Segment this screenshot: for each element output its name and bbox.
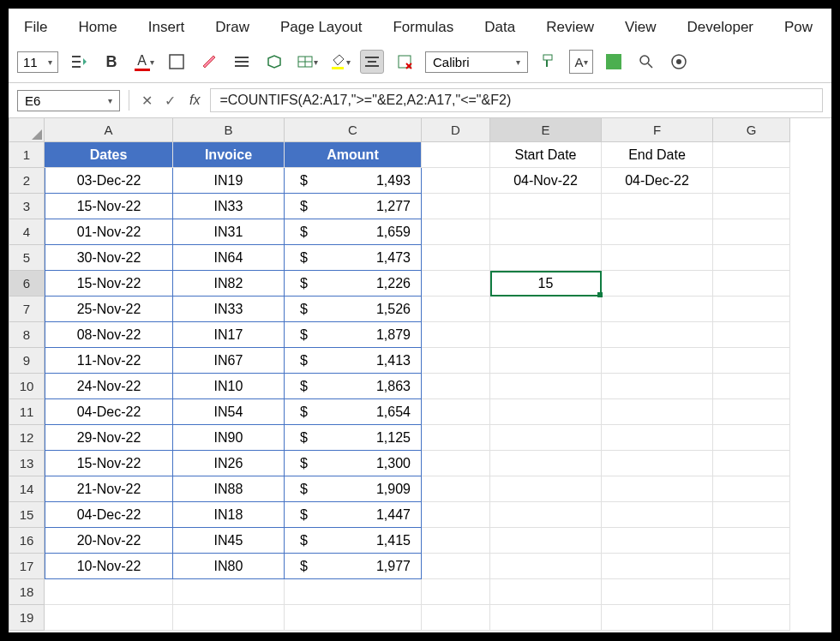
menu-data[interactable]: Data [469, 14, 531, 41]
bold-button[interactable]: B [99, 50, 123, 74]
fill-color-button[interactable]: ▾ [327, 50, 351, 74]
cell-date[interactable]: 10-Nov-22 [45, 554, 173, 579]
row-header[interactable]: 11 [9, 399, 45, 425]
cell[interactable] [490, 245, 602, 271]
row-header[interactable]: 9 [9, 348, 45, 374]
theme-color-icon[interactable] [602, 50, 626, 74]
clear-format-icon[interactable] [197, 50, 221, 74]
cell-date[interactable]: 29-Nov-22 [45, 425, 173, 451]
menu-developer[interactable]: Developer [672, 14, 770, 41]
row-header[interactable]: 2 [9, 168, 45, 194]
cell[interactable] [422, 579, 490, 605]
cell[interactable] [45, 579, 173, 605]
cell-date[interactable]: 08-Nov-22 [45, 322, 173, 348]
start-date-label[interactable]: Start Date [490, 142, 602, 168]
formula-input[interactable]: =COUNTIFS(A2:A17,">="&E2,A2:A17,"<="&F2) [210, 88, 823, 112]
cell-invoice[interactable]: IN33 [173, 194, 285, 219]
cell-date[interactable]: 04-Dec-22 [45, 399, 173, 425]
row-header[interactable]: 1 [9, 142, 45, 168]
cell[interactable] [602, 476, 713, 502]
cell[interactable] [422, 399, 490, 425]
cell-amount[interactable]: $1,415 [285, 528, 422, 554]
menu-review[interactable]: Review [531, 14, 609, 41]
col-header[interactable]: B [173, 118, 285, 142]
cell-invoice[interactable]: IN54 [173, 399, 285, 425]
cell[interactable] [713, 245, 790, 271]
cell[interactable] [713, 142, 790, 168]
cell-date[interactable]: 25-Nov-22 [45, 297, 173, 322]
cell[interactable] [490, 425, 602, 451]
cell[interactable] [490, 297, 602, 322]
cell[interactable] [45, 605, 173, 631]
table-icon[interactable]: ▾ [295, 50, 319, 74]
row-header[interactable]: 18 [9, 579, 45, 605]
cell[interactable] [490, 554, 602, 579]
cell-invoice[interactable]: IN33 [173, 297, 285, 322]
cell-amount[interactable]: $1,300 [285, 451, 422, 476]
menu-home[interactable]: Home [63, 14, 132, 41]
cell[interactable] [422, 168, 490, 194]
cell[interactable] [713, 322, 790, 348]
cell[interactable] [422, 245, 490, 271]
cell[interactable]: 15 [490, 271, 602, 297]
cell[interactable] [422, 348, 490, 374]
cell[interactable] [602, 245, 713, 271]
cell[interactable] [713, 168, 790, 194]
cell[interactable] [422, 219, 490, 245]
cell[interactable] [173, 579, 285, 605]
center-align-button[interactable] [360, 50, 384, 74]
cell[interactable] [713, 219, 790, 245]
row-header[interactable]: 16 [9, 528, 45, 554]
cell-invoice[interactable]: IN18 [173, 502, 285, 528]
cell[interactable] [602, 271, 713, 297]
cell[interactable] [422, 297, 490, 322]
cell-invoice[interactable]: IN17 [173, 322, 285, 348]
row-header[interactable]: 10 [9, 374, 45, 399]
cancel-icon[interactable]: ✕ [138, 93, 156, 109]
cell-date[interactable]: 21-Nov-22 [45, 476, 173, 502]
row-header[interactable]: 6 [9, 271, 45, 297]
cell-amount[interactable]: $1,659 [285, 219, 422, 245]
cell[interactable] [713, 528, 790, 554]
cell[interactable] [490, 528, 602, 554]
name-box[interactable]: E6 ▾ [17, 90, 120, 111]
cell-invoice[interactable]: IN45 [173, 528, 285, 554]
cell-amount[interactable]: $1,493 [285, 168, 422, 194]
cell[interactable] [602, 374, 713, 399]
cell-date[interactable]: 01-Nov-22 [45, 219, 173, 245]
cell[interactable] [713, 605, 790, 631]
menu-file[interactable]: File [9, 14, 63, 41]
cell[interactable] [422, 194, 490, 219]
cell-invoice[interactable]: IN31 [173, 219, 285, 245]
row-header[interactable]: 15 [9, 502, 45, 528]
row-header[interactable]: 14 [9, 476, 45, 502]
border-button[interactable] [165, 50, 189, 74]
cell[interactable] [602, 605, 713, 631]
cell[interactable] [490, 502, 602, 528]
cell-date[interactable]: 15-Nov-22 [45, 194, 173, 219]
cell[interactable] [490, 374, 602, 399]
row-header[interactable]: 5 [9, 245, 45, 271]
cell[interactable] [422, 374, 490, 399]
cell[interactable] [285, 579, 422, 605]
cell-invoice[interactable]: IN90 [173, 425, 285, 451]
row-header[interactable]: 12 [9, 425, 45, 451]
cell-amount[interactable]: $1,125 [285, 425, 422, 451]
cell[interactable] [422, 528, 490, 554]
cell-amount[interactable]: $1,654 [285, 399, 422, 425]
cell[interactable] [713, 554, 790, 579]
cell[interactable] [602, 322, 713, 348]
cell-invoice[interactable]: IN82 [173, 271, 285, 297]
cell[interactable] [602, 219, 713, 245]
cell[interactable] [422, 502, 490, 528]
fx-label[interactable]: fx [184, 93, 205, 108]
end-date-label[interactable]: End Date [602, 142, 713, 168]
cell-invoice[interactable]: IN64 [173, 245, 285, 271]
header-amount[interactable]: Amount [285, 142, 422, 168]
cell[interactable] [602, 502, 713, 528]
header-invoice[interactable]: Invoice [173, 142, 285, 168]
cell-date[interactable]: 03-Dec-22 [45, 168, 173, 194]
cell[interactable] [713, 476, 790, 502]
cell[interactable]: 04-Nov-22 [490, 168, 602, 194]
cell[interactable] [602, 425, 713, 451]
